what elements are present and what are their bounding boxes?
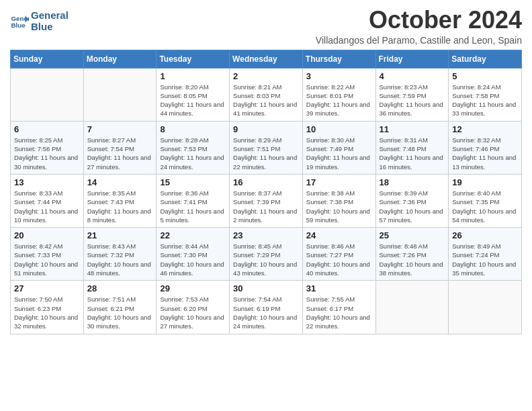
calendar-table: SundayMondayTuesdayWednesdayThursdayFrid… bbox=[10, 50, 522, 334]
day-number: 10 bbox=[306, 124, 372, 134]
day-number: 7 bbox=[87, 124, 153, 134]
day-number: 27 bbox=[14, 283, 80, 293]
day-info: Sunrise: 8:44 AM Sunset: 7:30 PM Dayligh… bbox=[160, 242, 226, 277]
col-header-tuesday: Tuesday bbox=[157, 50, 230, 68]
day-info: Sunrise: 8:21 AM Sunset: 8:03 PM Dayligh… bbox=[233, 83, 299, 118]
day-info: Sunrise: 8:30 AM Sunset: 7:49 PM Dayligh… bbox=[306, 136, 372, 171]
calendar-cell: 14Sunrise: 8:35 AM Sunset: 7:43 PM Dayli… bbox=[83, 174, 157, 227]
day-number: 29 bbox=[160, 283, 226, 293]
month-title: October 2024 bbox=[316, 7, 522, 34]
day-number: 13 bbox=[14, 177, 80, 187]
logo-line2: Blue bbox=[31, 21, 69, 33]
calendar-cell: 5Sunrise: 8:24 AM Sunset: 7:58 PM Daylig… bbox=[449, 68, 522, 121]
calendar-week-3: 13Sunrise: 8:33 AM Sunset: 7:44 PM Dayli… bbox=[11, 174, 522, 227]
day-info: Sunrise: 8:28 AM Sunset: 7:53 PM Dayligh… bbox=[160, 136, 226, 171]
day-number: 25 bbox=[380, 230, 445, 240]
day-info: Sunrise: 8:40 AM Sunset: 7:35 PM Dayligh… bbox=[452, 189, 518, 224]
calendar-week-2: 6Sunrise: 8:25 AM Sunset: 7:56 PM Daylig… bbox=[11, 121, 522, 174]
calendar-cell: 3Sunrise: 8:22 AM Sunset: 8:01 PM Daylig… bbox=[302, 68, 375, 121]
calendar-cell: 28Sunrise: 7:51 AM Sunset: 6:21 PM Dayli… bbox=[83, 281, 157, 334]
day-number: 28 bbox=[87, 283, 153, 293]
day-info: Sunrise: 8:22 AM Sunset: 8:01 PM Dayligh… bbox=[306, 83, 372, 118]
location-subtitle: Villadangos del Paramo, Castille and Leo… bbox=[316, 35, 522, 46]
day-number: 26 bbox=[452, 230, 518, 240]
day-info: Sunrise: 8:33 AM Sunset: 7:44 PM Dayligh… bbox=[14, 189, 80, 224]
day-info: Sunrise: 8:29 AM Sunset: 7:51 PM Dayligh… bbox=[233, 136, 299, 171]
day-number: 2 bbox=[233, 71, 299, 81]
day-info: Sunrise: 8:27 AM Sunset: 7:54 PM Dayligh… bbox=[87, 136, 153, 171]
col-header-monday: Monday bbox=[83, 50, 157, 68]
day-info: Sunrise: 7:51 AM Sunset: 6:21 PM Dayligh… bbox=[87, 295, 153, 330]
calendar-cell: 2Sunrise: 8:21 AM Sunset: 8:03 PM Daylig… bbox=[230, 68, 303, 121]
day-info: Sunrise: 8:39 AM Sunset: 7:36 PM Dayligh… bbox=[380, 189, 445, 224]
day-number: 19 bbox=[452, 177, 518, 187]
calendar-cell: 10Sunrise: 8:30 AM Sunset: 7:49 PM Dayli… bbox=[302, 121, 375, 174]
calendar-cell: 22Sunrise: 8:44 AM Sunset: 7:30 PM Dayli… bbox=[157, 228, 230, 281]
calendar-cell: 16Sunrise: 8:37 AM Sunset: 7:39 PM Dayli… bbox=[230, 174, 303, 227]
day-info: Sunrise: 8:32 AM Sunset: 7:46 PM Dayligh… bbox=[452, 136, 518, 171]
calendar-cell bbox=[83, 68, 157, 121]
calendar-cell: 25Sunrise: 8:48 AM Sunset: 7:26 PM Dayli… bbox=[375, 228, 449, 281]
col-header-wednesday: Wednesday bbox=[230, 50, 303, 68]
logo-line1: General bbox=[31, 10, 69, 21]
day-number: 31 bbox=[306, 283, 372, 293]
col-header-friday: Friday bbox=[375, 50, 449, 68]
calendar-cell: 23Sunrise: 8:45 AM Sunset: 7:29 PM Dayli… bbox=[230, 228, 303, 281]
day-info: Sunrise: 8:24 AM Sunset: 7:58 PM Dayligh… bbox=[452, 83, 518, 118]
calendar-cell: 13Sunrise: 8:33 AM Sunset: 7:44 PM Dayli… bbox=[11, 174, 84, 227]
day-info: Sunrise: 8:45 AM Sunset: 7:29 PM Dayligh… bbox=[233, 242, 299, 277]
day-number: 4 bbox=[380, 71, 445, 81]
calendar-cell: 6Sunrise: 8:25 AM Sunset: 7:56 PM Daylig… bbox=[11, 121, 84, 174]
day-number: 23 bbox=[233, 230, 299, 240]
day-number: 15 bbox=[160, 177, 226, 187]
day-info: Sunrise: 8:48 AM Sunset: 7:26 PM Dayligh… bbox=[380, 242, 445, 277]
calendar-cell: 11Sunrise: 8:31 AM Sunset: 7:48 PM Dayli… bbox=[375, 121, 449, 174]
day-info: Sunrise: 8:25 AM Sunset: 7:56 PM Dayligh… bbox=[14, 136, 80, 171]
day-number: 18 bbox=[380, 177, 445, 187]
calendar-week-5: 27Sunrise: 7:50 AM Sunset: 6:23 PM Dayli… bbox=[11, 281, 522, 334]
day-number: 17 bbox=[306, 177, 372, 187]
day-number: 30 bbox=[233, 283, 299, 293]
logo: General Blue General Blue bbox=[10, 10, 69, 32]
col-header-saturday: Saturday bbox=[449, 50, 522, 68]
day-number: 6 bbox=[14, 124, 80, 134]
calendar-cell: 19Sunrise: 8:40 AM Sunset: 7:35 PM Dayli… bbox=[449, 174, 522, 227]
page-header: General Blue General Blue October 2024 V… bbox=[10, 7, 522, 46]
day-info: Sunrise: 7:54 AM Sunset: 6:19 PM Dayligh… bbox=[233, 295, 299, 330]
calendar-cell bbox=[375, 281, 449, 334]
day-info: Sunrise: 8:42 AM Sunset: 7:33 PM Dayligh… bbox=[14, 242, 80, 277]
day-info: Sunrise: 8:36 AM Sunset: 7:41 PM Dayligh… bbox=[160, 189, 226, 224]
day-number: 11 bbox=[380, 124, 445, 134]
day-info: Sunrise: 8:37 AM Sunset: 7:39 PM Dayligh… bbox=[233, 189, 299, 224]
day-info: Sunrise: 7:55 AM Sunset: 6:17 PM Dayligh… bbox=[306, 295, 372, 330]
day-number: 3 bbox=[306, 71, 372, 81]
calendar-cell: 24Sunrise: 8:46 AM Sunset: 7:27 PM Dayli… bbox=[302, 228, 375, 281]
calendar-cell: 20Sunrise: 8:42 AM Sunset: 7:33 PM Dayli… bbox=[11, 228, 84, 281]
col-header-sunday: Sunday bbox=[11, 50, 84, 68]
day-number: 16 bbox=[233, 177, 299, 187]
day-number: 5 bbox=[452, 71, 518, 81]
day-number: 14 bbox=[87, 177, 153, 187]
day-info: Sunrise: 8:46 AM Sunset: 7:27 PM Dayligh… bbox=[306, 242, 372, 277]
calendar-week-1: 1Sunrise: 8:20 AM Sunset: 8:05 PM Daylig… bbox=[11, 68, 522, 121]
calendar-cell bbox=[11, 68, 84, 121]
calendar-header-row: SundayMondayTuesdayWednesdayThursdayFrid… bbox=[11, 50, 522, 68]
logo-icon: General Blue bbox=[10, 12, 29, 31]
calendar-cell: 15Sunrise: 8:36 AM Sunset: 7:41 PM Dayli… bbox=[157, 174, 230, 227]
day-number: 1 bbox=[160, 71, 226, 81]
day-info: Sunrise: 7:53 AM Sunset: 6:20 PM Dayligh… bbox=[160, 295, 226, 330]
day-info: Sunrise: 8:31 AM Sunset: 7:48 PM Dayligh… bbox=[380, 136, 445, 171]
day-info: Sunrise: 8:35 AM Sunset: 7:43 PM Dayligh… bbox=[87, 189, 153, 224]
calendar-cell: 29Sunrise: 7:53 AM Sunset: 6:20 PM Dayli… bbox=[157, 281, 230, 334]
day-info: Sunrise: 8:23 AM Sunset: 7:59 PM Dayligh… bbox=[380, 83, 445, 118]
calendar-week-4: 20Sunrise: 8:42 AM Sunset: 7:33 PM Dayli… bbox=[11, 228, 522, 281]
day-number: 22 bbox=[160, 230, 226, 240]
calendar-cell: 7Sunrise: 8:27 AM Sunset: 7:54 PM Daylig… bbox=[83, 121, 157, 174]
day-number: 21 bbox=[87, 230, 153, 240]
day-number: 24 bbox=[306, 230, 372, 240]
calendar-cell: 9Sunrise: 8:29 AM Sunset: 7:51 PM Daylig… bbox=[230, 121, 303, 174]
calendar-cell: 8Sunrise: 8:28 AM Sunset: 7:53 PM Daylig… bbox=[157, 121, 230, 174]
day-number: 12 bbox=[452, 124, 518, 134]
col-header-thursday: Thursday bbox=[302, 50, 375, 68]
calendar-cell: 30Sunrise: 7:54 AM Sunset: 6:19 PM Dayli… bbox=[230, 281, 303, 334]
